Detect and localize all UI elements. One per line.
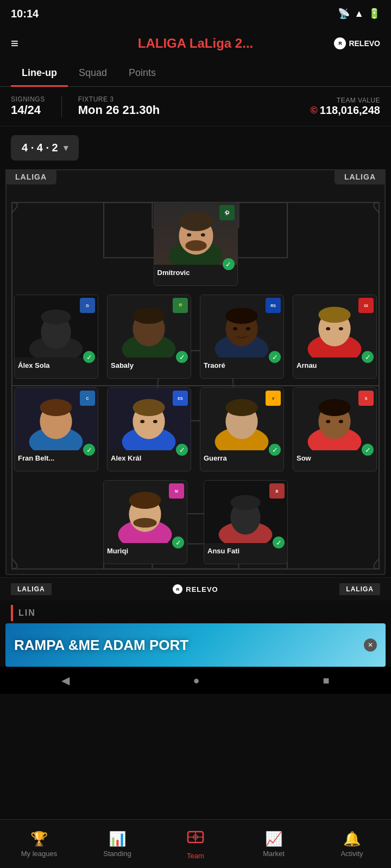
svg-point-52: [339, 420, 343, 423]
status-bar: 10:14 📡 ▲ 🔋: [0, 0, 391, 27]
svg-point-51: [326, 420, 330, 423]
player-guerra[interactable]: V ✓ Guerra: [200, 387, 284, 471]
menu-icon[interactable]: ≡: [11, 36, 18, 51]
lineup-label: LIN: [18, 608, 36, 618]
svg-point-50: [318, 399, 350, 416]
bell-icon: 🔔: [343, 831, 361, 847]
tab-points[interactable]: Points: [118, 60, 167, 86]
android-nav: ◀ ● ■: [0, 667, 391, 694]
svg-point-25: [233, 327, 237, 330]
nav-team-label: Team: [187, 852, 204, 860]
formation-bar: 4 · 4 · 2 ▾: [0, 126, 391, 169]
battery-icon: 🔋: [368, 8, 380, 20]
bottom-nav: 🏆 My leagues 📊 Standing Team 📈 Market 🔔 …: [0, 819, 391, 868]
defenders-row: G ✓ Álex Sola 🍀: [7, 290, 384, 383]
svg-point-32: [339, 327, 343, 330]
recent-button[interactable]: ■: [323, 674, 329, 687]
player-alexkral[interactable]: ES ✓ Alex Král: [107, 387, 191, 471]
formation-selector[interactable]: 4 · 4 · 2 ▾: [11, 135, 79, 161]
svg-point-46: [225, 399, 257, 416]
player-dmitrovic[interactable]: ⚽ ✓ Dmitrovic: [154, 202, 238, 286]
badge-right: LALIGA: [335, 169, 386, 184]
ad-text: RAMPA &ME ADAM PORT: [14, 637, 188, 654]
status-icons: 📡 ▲ 🔋: [338, 8, 380, 20]
svg-point-10: [179, 212, 213, 232]
ad-close-button[interactable]: ✕: [364, 639, 377, 652]
sponsor-strip: LALIGA R RELEVO LALIGA: [0, 577, 391, 601]
fixture-stat: FIXTURE 3 Mon 26 21.30h: [78, 95, 160, 117]
player-franbelt[interactable]: C ✓ Fran Belt...: [14, 387, 98, 471]
nav-team[interactable]: Team: [174, 828, 217, 860]
tab-squad[interactable]: Squad: [68, 60, 118, 86]
tab-lineup[interactable]: Line-up: [11, 60, 68, 86]
svg-point-13: [185, 240, 206, 251]
player-traore[interactable]: RS ✓ Traoré: [200, 295, 284, 379]
svg-point-56: [129, 492, 161, 509]
chevron-down-icon: ▾: [64, 143, 68, 153]
club-badge-dmitrovic: ⚽: [219, 205, 235, 220]
header: ≡ LALIGA LaLiga 2... R RELEVO: [0, 27, 391, 60]
forwards-row: M ✓ Muriqi B ✓ A: [7, 476, 384, 569]
svg-point-41: [140, 420, 144, 423]
trophy-icon: 🏆: [30, 831, 48, 847]
relevo-logo: R RELEVO: [334, 37, 380, 49]
coin-icon: ©: [311, 105, 318, 116]
nav-standing-label: Standing: [103, 850, 131, 858]
market-icon: 📈: [265, 831, 282, 847]
svg-point-36: [40, 399, 72, 416]
check-dmitrovic: ✓: [223, 258, 235, 270]
player-sabaly[interactable]: 🍀 ✓ Sabaly: [107, 295, 191, 379]
svg-point-60: [230, 495, 260, 510]
badge-left: LALIGA: [5, 169, 56, 184]
status-time: 10:14: [11, 8, 39, 20]
svg-point-26: [246, 327, 250, 330]
nav-my-leagues-label: My leagues: [21, 850, 57, 858]
ad-banner: RAMPA &ME ADAM PORT ✕: [5, 623, 386, 667]
svg-point-24: [225, 308, 257, 324]
tab-bar: Line-up Squad Points: [0, 60, 391, 87]
stats-row: SIGNINGS 14/24 FIXTURE 3 Mon 26 21.30h T…: [0, 87, 391, 126]
svg-point-42: [153, 420, 157, 423]
nav-activity[interactable]: 🔔 Activity: [330, 831, 374, 858]
player-ansufati[interactable]: B ✓ Ansu Fati: [204, 480, 288, 564]
nav-activity-label: Activity: [340, 850, 363, 858]
sponsor-badge-right: LALIGA: [339, 583, 380, 595]
standing-icon: 📊: [109, 831, 126, 847]
svg-point-20: [133, 308, 165, 324]
svg-point-31: [326, 327, 330, 330]
nav-my-leagues[interactable]: 🏆 My leagues: [17, 831, 61, 858]
svg-point-40: [133, 399, 165, 416]
svg-point-16: [41, 309, 71, 324]
pitch: ⚽ ✓ Dmitrovic G: [5, 169, 386, 575]
home-button[interactable]: ●: [193, 674, 199, 687]
svg-point-30: [318, 307, 350, 323]
player-sow[interactable]: S ✓ Sow: [293, 387, 377, 471]
sponsor-badge-left: LALIGA: [11, 583, 52, 595]
team-value-stat: TEAM VALUE © 118,016,248: [311, 97, 381, 117]
nav-standing[interactable]: 📊 Standing: [96, 831, 139, 858]
goalkeeper-row: ⚽ ✓ Dmitrovic: [7, 197, 384, 290]
midfielders-row: C ✓ Fran Belt...: [7, 383, 384, 476]
svg-point-57: [133, 518, 156, 528]
svg-point-11: [187, 233, 191, 237]
nav-market-label: Market: [263, 850, 285, 858]
back-button[interactable]: ◀: [61, 674, 70, 687]
page-title: LALIGA LaLiga 2...: [138, 36, 253, 51]
player-alexsola[interactable]: G ✓ Álex Sola: [14, 295, 98, 379]
player-muriqi[interactable]: M ✓ Muriqi: [103, 480, 187, 564]
team-icon: [187, 828, 204, 850]
pitch-container: LALIGA LALIGA: [5, 169, 386, 575]
player-arnau[interactable]: GI ✓ Arnau: [293, 295, 377, 379]
signings-stat: SIGNINGS 14/24: [11, 95, 45, 117]
cast-icon: 📡: [338, 8, 350, 20]
wifi-icon: ▲: [354, 8, 364, 20]
nav-market[interactable]: 📈 Market: [252, 831, 295, 858]
svg-point-12: [200, 233, 205, 237]
